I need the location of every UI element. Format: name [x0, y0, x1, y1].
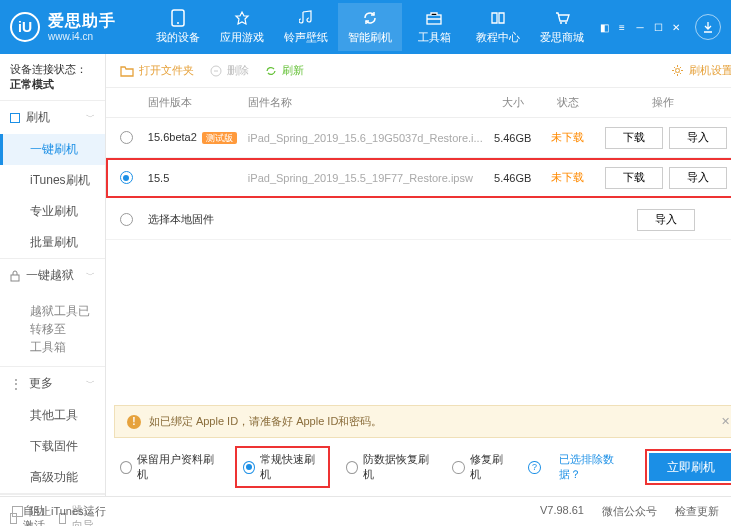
sidebar-item-pro[interactable]: 专业刷机 — [0, 196, 105, 227]
th-size: 大小 — [483, 95, 543, 110]
lock-icon — [10, 270, 20, 282]
help-icon[interactable]: ? — [528, 461, 540, 474]
connection-status: 设备连接状态：正常模式 — [0, 54, 105, 101]
close-warning-icon[interactable]: ✕ — [721, 415, 730, 428]
cart-icon — [553, 9, 571, 27]
opt-keep-data[interactable]: 保留用户资料刷机 — [120, 452, 219, 482]
sidebar-item-other[interactable]: 其他工具 — [0, 400, 105, 431]
import-button[interactable]: 导入 — [637, 209, 695, 231]
row-radio[interactable] — [120, 171, 133, 184]
app-icon — [233, 9, 251, 27]
svg-point-7 — [675, 69, 679, 73]
refresh-button[interactable]: 刷新 — [265, 63, 304, 78]
block-itunes-checkbox[interactable] — [12, 506, 23, 517]
download-button[interactable]: 下载 — [605, 127, 663, 149]
svg-point-3 — [560, 22, 562, 24]
row-radio[interactable] — [120, 213, 133, 226]
dots-icon: ⋮ — [10, 377, 23, 391]
local-firmware-row[interactable]: 选择本地固件 导入 — [106, 200, 731, 240]
opt-fast-flash[interactable]: 常规快速刷机 — [237, 448, 328, 486]
jailbreak-note: 越狱工具已转移至 工具箱 — [0, 292, 105, 366]
opt-anti-recover[interactable]: 防数据恢复刷机 — [346, 452, 435, 482]
opt-repair[interactable]: 修复刷机 — [452, 452, 510, 482]
flash-now-button[interactable]: 立即刷机 — [649, 453, 731, 481]
download-progress-icon[interactable] — [695, 14, 721, 40]
svg-point-1 — [177, 22, 179, 24]
chevron-down-icon: ﹀ — [86, 111, 95, 124]
exclude-data-link[interactable]: 已选排除数据？ — [559, 452, 631, 482]
svg-point-4 — [565, 22, 567, 24]
svg-rect-5 — [11, 275, 19, 281]
nav-apps[interactable]: 应用游戏 — [210, 3, 274, 51]
beta-tag: 测试版 — [202, 132, 237, 144]
delete-icon — [210, 65, 222, 77]
th-name: 固件名称 — [248, 95, 483, 110]
minimize-icon[interactable]: ─ — [633, 20, 647, 34]
firmware-row-selected[interactable]: 15.5 iPad_Spring_2019_15.5_19F77_Restore… — [106, 158, 731, 198]
nav-flash[interactable]: 智能刷机 — [338, 3, 402, 51]
app-url: www.i4.cn — [48, 31, 116, 43]
music-icon — [297, 9, 315, 27]
sidebar-item-itunes[interactable]: iTunes刷机 — [0, 165, 105, 196]
app-name: 爱思助手 — [48, 11, 116, 30]
toolbox-icon — [425, 9, 443, 27]
th-ops: 操作 — [593, 95, 731, 110]
open-folder-button[interactable]: 打开文件夹 — [120, 63, 194, 78]
nav-device[interactable]: 我的设备 — [146, 3, 210, 51]
th-status: 状态 — [543, 95, 593, 110]
square-icon — [10, 113, 20, 123]
sidebar-group-jailbreak[interactable]: 一键越狱﹀ — [0, 259, 105, 292]
flash-settings-button[interactable]: 刷机设置 — [671, 63, 731, 78]
import-button[interactable]: 导入 — [669, 127, 727, 149]
refresh-icon — [265, 65, 277, 77]
nav-tools[interactable]: 工具箱 — [402, 3, 466, 51]
folder-icon — [120, 65, 134, 77]
menu-icon[interactable]: ≡ — [615, 20, 629, 34]
info-icon: ! — [127, 415, 141, 429]
version-label: V7.98.61 — [540, 504, 584, 519]
phone-icon — [169, 9, 187, 27]
sidebar-item-batch[interactable]: 批量刷机 — [0, 227, 105, 258]
close-icon[interactable]: ✕ — [669, 20, 683, 34]
refresh-icon — [361, 9, 379, 27]
wechat-link[interactable]: 微信公众号 — [602, 504, 657, 519]
chevron-down-icon: ﹀ — [86, 269, 95, 282]
row-radio[interactable] — [120, 131, 133, 144]
firmware-row[interactable]: 15.6beta2测试版 iPad_Spring_2019_15.6_19G50… — [106, 118, 731, 158]
nav-tutorial[interactable]: 教程中心 — [466, 3, 530, 51]
download-button[interactable]: 下载 — [605, 167, 663, 189]
sidebar-item-oneclick[interactable]: 一键刷机 — [0, 134, 105, 165]
delete-button[interactable]: 删除 — [210, 63, 249, 78]
book-icon — [489, 9, 507, 27]
chevron-down-icon: ﹀ — [86, 377, 95, 390]
warning-banner: ! 如已绑定 Apple ID，请准备好 Apple ID和密码。 ✕ — [114, 405, 731, 438]
sidebar-group-flash[interactable]: 刷机﹀ — [0, 101, 105, 134]
gear-icon — [671, 64, 684, 77]
import-button[interactable]: 导入 — [669, 167, 727, 189]
nav-mall[interactable]: 爱思商城 — [530, 3, 594, 51]
app-logo-icon: iU — [10, 12, 40, 42]
sidebar-item-adv[interactable]: 高级功能 — [0, 462, 105, 493]
check-update-link[interactable]: 检查更新 — [675, 504, 719, 519]
skin-icon[interactable]: ◧ — [597, 20, 611, 34]
th-version: 固件版本 — [148, 95, 248, 110]
nav-ring[interactable]: 铃声壁纸 — [274, 3, 338, 51]
maximize-icon[interactable]: ☐ — [651, 20, 665, 34]
sidebar-item-dlfw[interactable]: 下载固件 — [0, 431, 105, 462]
sidebar-group-more[interactable]: ⋮更多﹀ — [0, 367, 105, 400]
